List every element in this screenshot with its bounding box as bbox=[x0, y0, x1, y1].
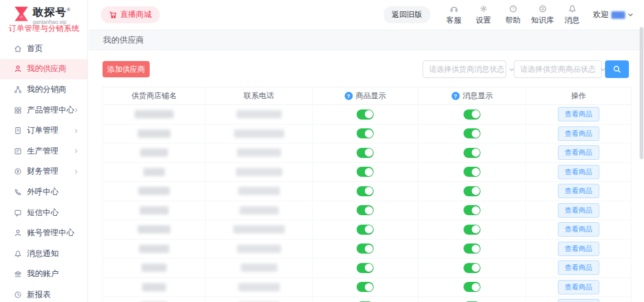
sidebar-item-label: 产品管理中心 bbox=[27, 105, 74, 116]
action-cell: 查看商品 bbox=[526, 259, 631, 277]
supplier-goods-status-select[interactable]: 请选择供货商商品状态 bbox=[514, 60, 602, 78]
chevron-right-icon bbox=[73, 128, 79, 134]
live-mall-button[interactable]: 直播商城 bbox=[101, 6, 160, 23]
goods-visible-toggle[interactable] bbox=[357, 205, 374, 215]
sidebar-item-notice[interactable]: 消息通知 bbox=[0, 243, 87, 264]
supplier-message-status-select[interactable]: 请选择供货商消息状态 bbox=[423, 60, 506, 78]
view-products-button[interactable]: 查看商品 bbox=[558, 299, 599, 302]
sidebar-item-report[interactable]: 新报表 bbox=[0, 284, 87, 302]
topbar-item-headset[interactable]: 客服 bbox=[439, 4, 469, 26]
message-visible-toggle[interactable] bbox=[464, 282, 480, 292]
goods-visible-toggle[interactable] bbox=[357, 282, 374, 292]
store-name-blurred bbox=[139, 245, 169, 253]
topbar-item-question[interactable]: 帮助 bbox=[498, 4, 528, 26]
store-name-cell bbox=[103, 125, 206, 143]
brand-logo-icon bbox=[13, 5, 30, 23]
column-header-label: 消息显示 bbox=[463, 91, 493, 101]
message-visible-toggle[interactable] bbox=[464, 109, 480, 120]
goods-visible-toggle[interactable] bbox=[357, 109, 374, 120]
goods-visible-toggle[interactable] bbox=[357, 167, 374, 177]
select-placeholder: 请选择供货商商品状态 bbox=[520, 64, 596, 75]
view-products-button[interactable]: 查看商品 bbox=[558, 165, 599, 179]
cart-icon bbox=[109, 11, 117, 19]
sidebar-item-account[interactable]: 账号管理中心 bbox=[0, 223, 87, 243]
message-visible-toggle[interactable] bbox=[464, 225, 480, 235]
sidebar-item-distributor[interactable]: 我的分销商 bbox=[0, 79, 87, 100]
home-icon bbox=[14, 45, 22, 53]
scrollbar[interactable] bbox=[639, 0, 644, 302]
question-icon bbox=[509, 4, 518, 13]
sidebar-item-bank[interactable]: 我的账户 bbox=[0, 264, 87, 285]
message-visible-toggle[interactable] bbox=[464, 205, 480, 215]
table-header-row: 供货商店铺名联系电话?商品显示?消息显示操作 bbox=[103, 87, 631, 105]
table-row: 查看商品 bbox=[103, 125, 631, 144]
scrollbar-thumb[interactable] bbox=[640, 27, 643, 159]
view-products-button[interactable]: 查看商品 bbox=[558, 126, 599, 141]
phone-blurred bbox=[238, 283, 280, 291]
message-visible-toggle[interactable] bbox=[464, 263, 480, 273]
info-icon[interactable]: ? bbox=[452, 92, 460, 100]
view-products-button[interactable]: 查看商品 bbox=[558, 280, 599, 294]
gear-icon bbox=[479, 4, 488, 13]
table-row: 查看商品 bbox=[103, 259, 631, 278]
message-visible-toggle[interactable] bbox=[464, 148, 480, 158]
search-button[interactable] bbox=[605, 60, 629, 78]
info-icon[interactable]: ? bbox=[345, 92, 353, 100]
sidebar-item-order[interactable]: 订单管理 bbox=[0, 120, 87, 141]
phone-blurred bbox=[241, 264, 277, 272]
goods-visible-cell bbox=[313, 105, 418, 124]
topbar-item-bell[interactable]: 消息 bbox=[557, 4, 587, 26]
sidebar-item-finance[interactable]: 财务管理 bbox=[0, 162, 87, 182]
store-name-cell bbox=[103, 220, 206, 239]
sidebar-item-phone[interactable]: 外呼中心 bbox=[0, 182, 87, 203]
back-to-old-button[interactable]: 返回旧版 bbox=[384, 6, 430, 23]
book-icon bbox=[538, 4, 547, 13]
view-products-button[interactable]: 查看商品 bbox=[558, 260, 599, 275]
view-products-button[interactable]: 查看商品 bbox=[558, 107, 599, 121]
sidebar-item-label: 我的分销商 bbox=[27, 84, 67, 95]
message-visible-toggle[interactable] bbox=[464, 186, 480, 196]
view-products-button[interactable]: 查看商品 bbox=[558, 184, 599, 198]
view-products-button[interactable]: 查看商品 bbox=[558, 203, 599, 218]
action-cell: 查看商品 bbox=[526, 240, 631, 259]
table-row: 查看商品 bbox=[103, 143, 631, 163]
view-products-button[interactable]: 查看商品 bbox=[558, 242, 599, 256]
chevron-right-icon bbox=[73, 169, 79, 175]
sidebar-item-product[interactable]: 产品管理中心 bbox=[0, 100, 87, 121]
store-name-cell bbox=[103, 201, 206, 220]
sidebar-item-home[interactable]: 首页 bbox=[0, 38, 87, 59]
goods-visible-toggle[interactable] bbox=[357, 243, 374, 254]
message-visible-toggle[interactable] bbox=[464, 243, 480, 254]
headset-icon bbox=[450, 4, 458, 13]
table-row: 查看商品 bbox=[103, 201, 631, 221]
view-products-button[interactable]: 查看商品 bbox=[558, 145, 599, 160]
view-products-button[interactable]: 查看商品 bbox=[558, 222, 599, 237]
goods-visible-toggle[interactable] bbox=[357, 186, 374, 196]
message-visible-toggle[interactable] bbox=[464, 167, 480, 177]
sidebar-item-sms[interactable]: 短信中心 bbox=[0, 203, 87, 223]
phone-cell bbox=[206, 220, 313, 239]
topbar-item-book[interactable]: 知识库 bbox=[528, 4, 557, 26]
topbar-item-gear[interactable]: 设置 bbox=[469, 4, 498, 26]
message-visible-cell bbox=[418, 297, 526, 302]
store-name-cell bbox=[103, 182, 206, 201]
search-icon bbox=[613, 65, 621, 74]
brand-name: 敢探号® bbox=[33, 4, 71, 19]
message-visible-cell bbox=[418, 182, 526, 201]
goods-visible-toggle[interactable] bbox=[357, 263, 374, 273]
store-name-cell bbox=[103, 240, 206, 259]
distributor-icon bbox=[14, 86, 22, 94]
message-visible-toggle[interactable] bbox=[464, 128, 480, 138]
goods-visible-toggle[interactable] bbox=[357, 148, 374, 158]
store-name-cell bbox=[103, 163, 206, 182]
goods-visible-toggle[interactable] bbox=[357, 225, 374, 235]
goods-visible-toggle[interactable] bbox=[357, 128, 374, 138]
user-menu[interactable]: 欢迎 bbox=[593, 9, 634, 20]
report-icon bbox=[14, 291, 22, 299]
phone-cell bbox=[206, 259, 313, 277]
store-name-blurred bbox=[140, 206, 169, 215]
product-icon bbox=[14, 106, 22, 115]
sidebar-item-production[interactable]: 生产管理 bbox=[0, 141, 87, 162]
sidebar-item-supplier[interactable]: 我的供应商 bbox=[0, 59, 87, 80]
column-header-label: 操作 bbox=[571, 91, 586, 101]
